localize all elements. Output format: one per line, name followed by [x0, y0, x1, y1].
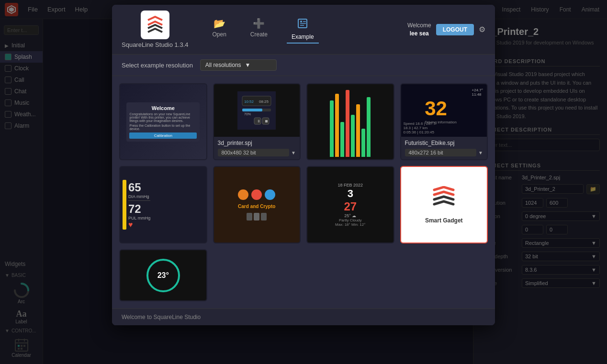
- example-card-smartgadget[interactable]: Smart Gadget Smart_Gadget.spj 240x320 16…: [400, 166, 488, 243]
- example-card-3d-printer[interactable]: 10:52 08:25 70% ⏸ ⏹: [213, 83, 301, 160]
- tab-open-label: Open: [213, 31, 226, 38]
- example-thumb-smartgadget: Smart Gadget: [401, 167, 487, 243]
- modal-header: SquareLine Studio 1.3.4 📂 Open ➕ Create: [112, 5, 495, 55]
- example-card-thermostat[interactable]: 23° Thermostat.spj: [119, 249, 207, 301]
- example-res-ebike: 480x272 16 bit: [405, 149, 477, 156]
- example-info-3d-printer: 3d_printer.spj 800x480 32 bit ▼: [214, 137, 300, 159]
- example-card-smartwatch[interactable]: 18 FEB 2022 3 27 25° ☁ Partly Cloudy Max…: [306, 166, 394, 243]
- svg-text:10:52: 10:52: [244, 99, 254, 104]
- example-name-ebike: Futuristic_Ebike.spj: [405, 140, 483, 146]
- example-thumb-thermostat: 23°: [120, 250, 206, 300]
- example-thumb-smartwatch: 18 FEB 2022 3 27 25° ☁ Partly Cloudy Max…: [307, 167, 393, 243]
- resolution-bar: Select example resolution All resolution…: [112, 55, 495, 76]
- tab-example-label: Example: [292, 33, 314, 40]
- resolution-value: All resolutions: [205, 62, 241, 68]
- create-icon: ➕: [253, 18, 265, 29]
- resolution-select-label: Select example resolution: [122, 62, 193, 69]
- svg-text:08:25: 08:25: [259, 99, 269, 104]
- resolution-dropdown[interactable]: All resolutions ▼: [200, 59, 277, 71]
- logout-button[interactable]: LOGOUT: [436, 24, 474, 35]
- tab-example[interactable]: Example: [287, 15, 319, 44]
- svg-text:⏹: ⏹: [265, 119, 269, 123]
- tab-create[interactable]: ➕ Create: [246, 15, 272, 44]
- example-card-ebike[interactable]: +24.7° 11:48 Speed 18.6 | 287.7 18.3 | 4…: [400, 83, 488, 160]
- example-info-ebike: Futuristic_Ebike.spj 480x272 16 bit ▼: [401, 137, 487, 159]
- user-name: lee sea: [407, 30, 431, 38]
- example-card-medical[interactable]: 65 DIA mmHg 72 PUL mmHg ♥ Medical.spj 27…: [119, 166, 207, 243]
- svg-text:⏸: ⏸: [257, 119, 260, 123]
- example-thumb-ebike: +24.7° 11:48 Speed 18.6 | 287.7 18.3 | 4…: [401, 84, 487, 137]
- example-thumb-3d-printer: 10:52 08:25 70% ⏸ ⏹: [214, 84, 300, 137]
- example-res-dropdown-ebike[interactable]: ▼: [478, 150, 483, 155]
- svg-text:70%: 70%: [244, 112, 251, 116]
- user-welcome: Welcome lee sea: [407, 22, 431, 38]
- example-info-3d-printer-2: 3d_Printer_2.spj 1024x600 32 bit ▼: [120, 159, 206, 160]
- example-info-pos: POS.spj 270x480 32 bit ▼: [214, 243, 300, 243]
- example-card-3d-printer-2[interactable]: Welcome Congratulations on your new Squa…: [119, 83, 207, 160]
- brand-logo: [141, 11, 169, 39]
- modal-tabs: 📂 Open ➕ Create: [208, 15, 319, 44]
- example-thumb-medical: 65 DIA mmHg 72 PUL mmHg ♥: [120, 167, 206, 243]
- example-thumb-3d-printer-2: Welcome Congratulations on your new Squa…: [120, 84, 206, 159]
- example-info-audio-mixer: audio_mixer.spj 480x800 32 bit ▼: [307, 159, 393, 160]
- example-info-smartwatch: Smartwatch.spj 392x392 16 bit ▼: [307, 243, 393, 243]
- svg-point-13: [300, 21, 302, 22]
- example-card-pos[interactable]: Card and Crypto POS.spj 270x480 32 bit: [213, 166, 301, 243]
- tab-create-label: Create: [250, 31, 268, 38]
- modal-user: Welcome lee sea LOGOUT ⚙: [407, 22, 485, 38]
- tab-open[interactable]: 📂 Open: [208, 15, 231, 44]
- svg-rect-22: [242, 109, 262, 111]
- example-thumb-pos: Card and Crypto: [214, 167, 300, 243]
- modal-overlay[interactable]: SquareLine Studio 1.3.4 📂 Open ➕ Create: [0, 0, 607, 364]
- example-info-medical: Medical.spj 272x480 32 bit ▼: [120, 243, 206, 243]
- example-thumb-audio-mixer: [307, 84, 393, 159]
- example-card-audio-mixer[interactable]: audio_mixer.spj 480x800 32 bit ▼: [306, 83, 394, 160]
- examples-grid: Welcome Congratulations on your new Squa…: [112, 76, 495, 309]
- example-icon: [297, 18, 308, 32]
- example-res-3d-printer: 800x480 32 bit: [218, 149, 290, 156]
- modal-footer: Welcome to SquareLine Studio: [112, 309, 495, 325]
- app-container: File Export Help Smart_Gadget Screens Hi…: [0, 0, 607, 364]
- resolution-chevron-icon: ▼: [245, 62, 251, 68]
- open-icon: 📂: [214, 18, 225, 29]
- example-name-3d-printer: 3d_printer.spj: [218, 140, 296, 146]
- example-info-thermostat: Thermostat.spj: [120, 300, 206, 301]
- brand-name: SquareLine Studio 1.3.4: [122, 41, 189, 48]
- example-info-smartgadget: Smart_Gadget.spj 240x320 16 bit ▼: [401, 243, 487, 243]
- settings-icon[interactable]: ⚙: [479, 25, 485, 34]
- example-modal: SquareLine Studio 1.3.4 📂 Open ➕ Create: [112, 5, 495, 325]
- example-res-dropdown-3d-printer[interactable]: ▼: [291, 150, 296, 155]
